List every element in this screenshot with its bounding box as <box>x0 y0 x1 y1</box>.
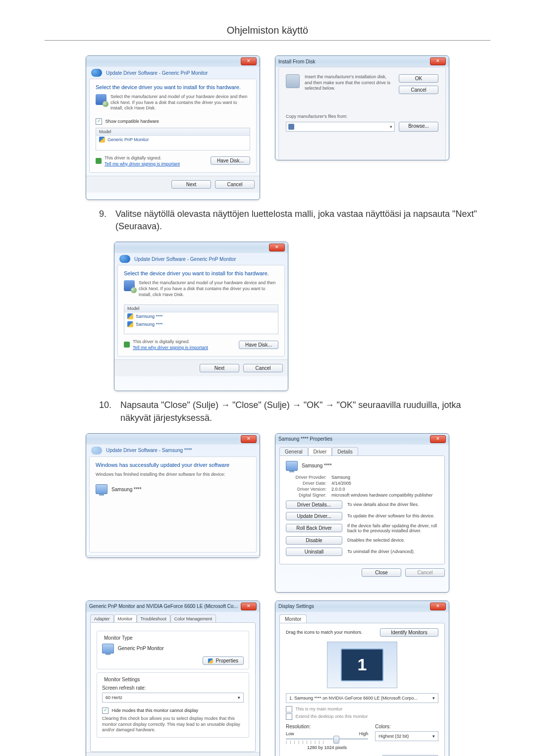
tab-monitor[interactable]: Monitor <box>279 614 307 623</box>
cancel-button: Cancel <box>405 568 445 577</box>
colors-label: Colors: <box>375 724 438 729</box>
monitor-1-box[interactable]: 1 <box>341 649 383 681</box>
next-button[interactable]: Next <box>171 180 211 189</box>
disk-icon <box>124 280 135 291</box>
properties-button-label: Properties <box>215 658 238 663</box>
resolution-low: Low <box>286 731 294 736</box>
browse-button[interactable]: Browse... <box>399 122 438 132</box>
signed-label: This driver is digitally signed. <box>133 339 208 345</box>
signing-link[interactable]: Tell me why driver signing is important <box>133 345 208 350</box>
step-number: 9. <box>99 208 107 233</box>
close-icon[interactable]: ✕ <box>241 603 257 610</box>
signer-value: microsoft windows hardware compatibility… <box>331 493 433 498</box>
ok-button[interactable]: OK <box>399 74 438 83</box>
back-arrow-icon[interactable] <box>91 69 102 77</box>
cancel-button[interactable]: Cancel <box>399 86 438 94</box>
rollback-driver-button[interactable]: Roll Back Driver <box>286 524 342 532</box>
disable-button[interactable]: Disable <box>286 536 342 545</box>
tab-troubleshoot[interactable]: Troubleshoot <box>137 614 170 622</box>
step-text: Napsauta "Close" (Sulje) → "Close" (Sulj… <box>120 399 481 424</box>
shield-icon <box>208 658 213 663</box>
properties-button[interactable]: Properties <box>203 656 244 665</box>
have-disk-button[interactable]: Have Disk... <box>239 341 278 349</box>
monitor-item-icon <box>99 137 105 143</box>
refresh-rate-value: 60 Hertz <box>106 695 122 700</box>
main-monitor-checkbox <box>286 706 292 712</box>
signed-ok-icon <box>96 158 102 164</box>
cancel-button[interactable]: Cancel <box>243 364 283 372</box>
update-driver-window-2: ✕ Update Driver Software - Generic PnP M… <box>114 242 288 391</box>
dialog-title: Display Settings <box>278 604 314 609</box>
tab-driver[interactable]: Driver <box>308 447 332 455</box>
slider-thumb[interactable] <box>333 736 339 744</box>
uninstall-desc: To uninstall the driver (Advanced). <box>347 549 415 554</box>
close-icon[interactable]: ✕ <box>430 57 446 65</box>
breadcrumb: Update Driver Software - Generic PnP Mon… <box>134 256 236 262</box>
dropdown-arrow-icon[interactable]: ▾ <box>390 124 392 129</box>
monitor-preview[interactable]: 1 <box>327 642 397 688</box>
signed-label: This driver is digitally signed. <box>105 155 180 161</box>
close-button[interactable]: Close <box>362 568 401 577</box>
resolution-slider[interactable] <box>286 738 368 740</box>
refresh-rate-select[interactable]: 60 Hertz ▾ <box>102 693 244 703</box>
monitor-icon <box>286 461 298 471</box>
driver-update-success-window: ✕ Update Driver Software - Samsung **** … <box>86 433 260 558</box>
success-heading: Windows has successfully updated your dr… <box>96 462 250 468</box>
monitor-select-value: 1. Samsung **** on NVIDIA GeForce 6600 L… <box>289 696 418 701</box>
model-item-label: Samsung **** <box>136 322 163 327</box>
tab-color-management[interactable]: Color Management <box>170 614 216 622</box>
step-text: Valitse näytöllä olevasta näyttöjen luet… <box>115 208 481 233</box>
monitor-select[interactable]: 1. Samsung **** on NVIDIA GeForce 6600 L… <box>286 693 438 703</box>
model-item-label: Samsung **** <box>136 314 163 319</box>
close-icon[interactable]: ✕ <box>241 57 257 65</box>
close-icon[interactable]: ✕ <box>241 435 257 443</box>
device-name: Samsung **** <box>302 463 332 468</box>
monitor-icon <box>102 644 114 654</box>
success-subtext: Windows has finished installing the driv… <box>96 472 250 478</box>
show-compatible-checkbox[interactable] <box>96 118 102 125</box>
copy-from-input[interactable]: ▾ <box>286 122 395 132</box>
display-settings-dialog: Display Settings ✕ Monitor Drag the icon… <box>275 601 449 756</box>
model-item-label: Generic PnP Monitor <box>107 137 149 142</box>
driver-details-button[interactable]: Driver Details... <box>286 501 342 509</box>
tab-monitor[interactable]: Monitor <box>114 614 137 622</box>
wizard-heading: Select the device driver you want to ins… <box>124 270 278 276</box>
version-key: Driver Version: <box>286 487 326 492</box>
close-icon[interactable]: ✕ <box>430 603 446 610</box>
date-value: 4/14/2005 <box>331 481 351 486</box>
wizard-heading: Select the device driver you want to ins… <box>96 84 250 90</box>
close-icon[interactable]: ✕ <box>269 244 285 252</box>
monitor-settings-legend: Monitor Settings <box>102 677 142 682</box>
tab-general[interactable]: General <box>279 447 308 455</box>
signer-key: Digital Signer: <box>286 493 326 498</box>
instruction-step-10: 10. Napsauta "Close" (Sulje) → "Close" (… <box>99 399 490 424</box>
signing-link[interactable]: Tell me why driver signing is important <box>105 161 180 166</box>
back-arrow-icon[interactable] <box>119 255 130 263</box>
next-button[interactable]: Next <box>200 364 239 372</box>
colors-select[interactable]: Highest (32 bit) ▾ <box>375 731 438 741</box>
monitor-icon <box>96 484 107 494</box>
uninstall-button[interactable]: Uninstall <box>286 548 342 556</box>
model-list[interactable]: Model Generic PnP Monitor <box>96 128 250 151</box>
copy-from-label: Copy manufacturer's files from: <box>286 114 438 120</box>
date-key: Driver Date: <box>286 481 326 486</box>
model-list[interactable]: Model Samsung **** Samsung **** <box>124 304 278 334</box>
tab-details[interactable]: Details <box>332 447 358 455</box>
update-driver-button[interactable]: Update Driver... <box>286 512 342 520</box>
version-value: 2.0.0.0 <box>331 487 345 492</box>
hide-modes-checkbox[interactable] <box>102 707 108 714</box>
install-from-disk-dialog: Install From Disk ✕ Insert the manufactu… <box>275 55 449 160</box>
cancel-button[interactable]: Cancel <box>215 180 255 189</box>
dropdown-arrow-icon: ▾ <box>432 734 435 739</box>
hide-modes-desc: Clearing this check box allows you to se… <box>102 716 244 733</box>
dropdown-arrow-icon: ▾ <box>238 695 240 700</box>
device-name: Samsung **** <box>111 487 142 492</box>
provider-key: Driver Provider: <box>286 475 326 480</box>
close-icon[interactable]: ✕ <box>430 435 446 443</box>
wizard-description: Select the manufacturer and model of you… <box>110 94 250 111</box>
colors-value: Highest (32 bit) <box>378 734 409 739</box>
identify-monitors-button[interactable]: Identify Monitors <box>380 628 438 637</box>
monitor-item-icon <box>127 321 133 327</box>
have-disk-button[interactable]: Have Disk... <box>211 156 250 165</box>
tab-adapter[interactable]: Adapter <box>90 614 114 622</box>
